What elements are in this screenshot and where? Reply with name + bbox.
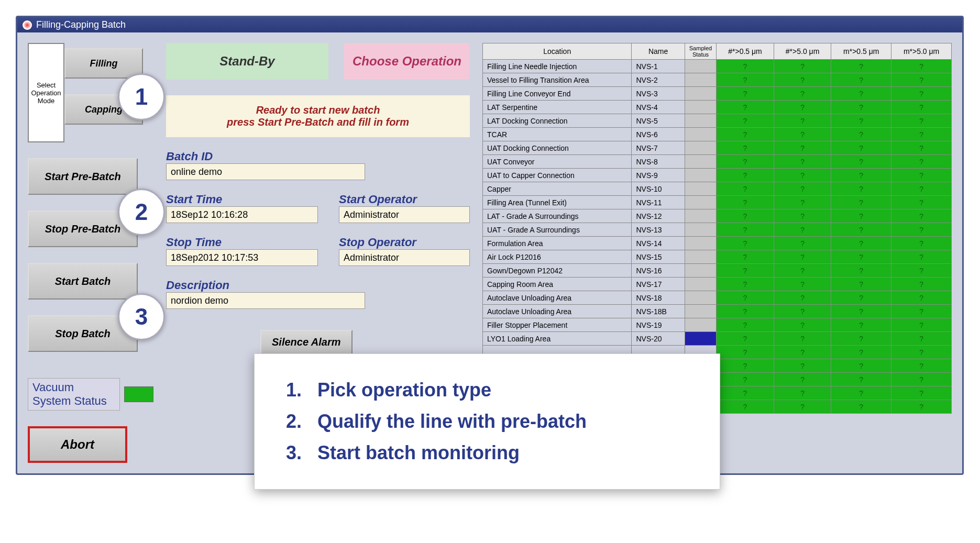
- table-row[interactable]: Filling Line Conveyor EndNVS-3????: [483, 87, 952, 101]
- table-header-0[interactable]: Location: [483, 43, 632, 60]
- value-cell: ?: [891, 305, 952, 318]
- table-row[interactable]: Filler Stopper PlacementNVS-19????: [483, 318, 952, 332]
- titlebar: Filling-Capping Batch: [17, 17, 962, 32]
- value-cell: ?: [774, 128, 831, 141]
- value-cell: ?: [891, 101, 952, 114]
- callout-1: 1: [118, 73, 165, 120]
- window-title: Filling-Capping Batch: [36, 19, 126, 30]
- overlay-text: Qualify the line with pre-batch: [317, 411, 587, 433]
- sampled-status-cell: [685, 155, 716, 169]
- ready-line1: Ready to start new batch: [256, 104, 380, 116]
- table-row[interactable]: Formulation AreaNVS-14????: [483, 237, 952, 250]
- table-row[interactable]: LAT SerpentineNVS-4????: [483, 101, 952, 114]
- table-header-2[interactable]: Sampled Status: [685, 43, 716, 60]
- sampled-status-cell: [685, 237, 716, 250]
- table-row[interactable]: CapperNVS-10????: [483, 182, 952, 196]
- table-row[interactable]: TCARNVS-6????: [483, 128, 952, 141]
- value-cell: ?: [831, 87, 891, 101]
- table-row[interactable]: UAT ConveyorNVS-8????: [483, 155, 952, 169]
- vacuum-label: Vacuum System Status: [28, 378, 120, 411]
- value-cell: ?: [774, 250, 831, 264]
- value-cell: ?: [891, 332, 952, 346]
- value-cell: ?: [831, 128, 891, 141]
- description-field[interactable]: nordion demo: [166, 292, 365, 309]
- value-cell: ?: [891, 264, 952, 278]
- table-row[interactable]: LAT Docking ConnectionNVS-5????: [483, 114, 952, 128]
- location-cell: Air Lock P12016: [483, 250, 632, 264]
- overlay-text: Start batch monitoring: [317, 442, 520, 464]
- start-prebatch-button[interactable]: Start Pre-Batch: [28, 158, 138, 195]
- table-row[interactable]: Capping Room AreaNVS-17????: [483, 278, 952, 291]
- abort-button[interactable]: Abort: [28, 426, 127, 463]
- table-header-3[interactable]: #*>0.5 μm: [717, 43, 774, 60]
- value-cell: ?: [774, 278, 831, 291]
- value-cell: ?: [831, 278, 891, 291]
- table-row[interactable]: UAT - Grade A SurroundingsNVS-13????: [483, 223, 952, 237]
- table-header-1[interactable]: Name: [632, 43, 685, 60]
- name-cell: NVS-13: [632, 223, 685, 237]
- name-cell: NVS-15: [632, 250, 685, 264]
- start-operator-label: Start Operator: [339, 193, 480, 206]
- value-cell: ?: [831, 332, 891, 346]
- name-cell: NVS-9: [632, 169, 685, 182]
- start-time-label: Start Time: [166, 193, 323, 206]
- value-cell: ?: [774, 209, 831, 223]
- table-row[interactable]: Filling Line Needle InjectionNVS-1????: [483, 60, 952, 73]
- location-cell: Formulation Area: [483, 237, 632, 250]
- value-cell: ?: [891, 196, 952, 209]
- table-header-4[interactable]: #*>5.0 μm: [774, 43, 831, 60]
- vacuum-status-row: Vacuum System Status: [28, 378, 153, 411]
- value-cell: ?: [831, 141, 891, 155]
- value-cell: ?: [831, 114, 891, 128]
- sampled-status-cell: [685, 141, 716, 155]
- value-cell: ?: [717, 169, 774, 182]
- stop-time-field[interactable]: 18Sep2012 10:17:53: [166, 249, 318, 266]
- table-row[interactable]: Autoclave Unloading AreaNVS-18B????: [483, 305, 952, 318]
- filling-button[interactable]: Filling: [64, 48, 143, 79]
- table-row[interactable]: Air Lock P12016NVS-15????: [483, 250, 952, 264]
- value-cell: ?: [831, 209, 891, 223]
- start-operator-field[interactable]: Administrator: [339, 206, 470, 223]
- sampled-status-cell: [685, 223, 716, 237]
- location-cell: Vessel to Filling Transition Area: [483, 73, 632, 87]
- sampled-status-cell: [685, 250, 716, 264]
- table-row[interactable]: UAT Docking ConnectionNVS-7????: [483, 141, 952, 155]
- table-row[interactable]: UAT to Capper ConnectionNVS-9????: [483, 169, 952, 182]
- value-cell: ?: [774, 182, 831, 196]
- table-row[interactable]: LYO1 Loading AreaNVS-20????: [483, 332, 952, 346]
- overlay-number: 3.: [276, 442, 302, 464]
- table-row[interactable]: Vessel to Filling Transition AreaNVS-2??…: [483, 73, 952, 87]
- batch-id-field[interactable]: online demo: [166, 163, 365, 180]
- sampled-status-cell: [685, 87, 716, 101]
- location-cell: UAT Docking Connection: [483, 141, 632, 155]
- silence-alarm-button[interactable]: Silence Alarm: [260, 330, 353, 354]
- value-cell: ?: [891, 128, 952, 141]
- value-cell: ?: [891, 73, 952, 87]
- value-cell: ?: [891, 278, 952, 291]
- value-cell: ?: [717, 237, 774, 250]
- table-row[interactable]: Autoclave Unloading AreaNVS-18????: [483, 291, 952, 305]
- location-cell: Gown/Degown P12042: [483, 264, 632, 278]
- value-cell: ?: [717, 60, 774, 73]
- value-cell: ?: [831, 60, 891, 73]
- table-header-6[interactable]: m*>5.0 μm: [891, 43, 952, 60]
- value-cell: ?: [891, 223, 952, 237]
- start-batch-button[interactable]: Start Batch: [28, 263, 138, 300]
- value-cell: ?: [831, 182, 891, 196]
- start-time-field[interactable]: 18Sep12 10:16:28: [166, 206, 318, 223]
- table-header-5[interactable]: m*>0.5 μm: [831, 43, 891, 60]
- location-cell: UAT - Grade A Surroundings: [483, 223, 632, 237]
- stop-operator-field[interactable]: Administrator: [339, 249, 470, 266]
- location-cell: UAT Conveyor: [483, 155, 632, 169]
- sampled-status-cell: [685, 128, 716, 141]
- table-header-row: LocationNameSampled Status#*>0.5 μm#*>5.…: [483, 43, 952, 60]
- name-cell: NVS-11: [632, 196, 685, 209]
- value-cell: ?: [831, 73, 891, 87]
- table-row[interactable]: LAT - Grade A SurroundingsNVS-12????: [483, 209, 952, 223]
- table-row[interactable]: Filling Area (Tunnel Exit)NVS-11????: [483, 196, 952, 209]
- location-cell: LAT - Grade A Surroundings: [483, 209, 632, 223]
- name-cell: NVS-14: [632, 237, 685, 250]
- table-row[interactable]: Gown/Degown P12042NVS-16????: [483, 264, 952, 278]
- callout-3: 3: [118, 293, 165, 340]
- value-cell: ?: [774, 223, 831, 237]
